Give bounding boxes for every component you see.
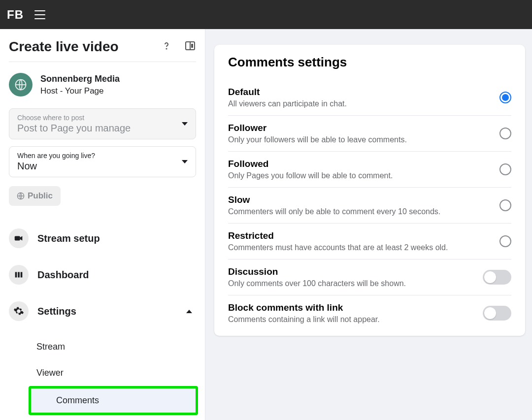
option-desc: Only your followers will be able to leav… (228, 135, 407, 144)
option-desc: Only comments over 100 characters will b… (228, 279, 406, 288)
dashboard-icon (9, 265, 29, 285)
privacy-button[interactable]: Public (9, 186, 61, 206)
chevron-down-icon (182, 160, 188, 163)
radio-follower[interactable] (499, 128, 511, 139)
chevron-down-icon (182, 122, 188, 126)
option-follower[interactable]: Follower Only your followers will be abl… (228, 116, 511, 152)
svg-point-0 (166, 48, 166, 49)
time-select-label: When are you going live? (17, 152, 95, 160)
svg-rect-6 (15, 236, 20, 240)
option-title: Restricted (228, 230, 448, 241)
topbar: FB (0, 0, 532, 29)
option-desc: Commenters will only be able to comment … (228, 207, 440, 216)
nav-stream-setup[interactable]: Stream setup (9, 225, 196, 252)
radio-restricted[interactable] (499, 235, 511, 247)
option-desc: All viewers can participate in chat. (228, 99, 347, 108)
option-desc: Commenters must have accounts that are a… (228, 243, 448, 252)
subnav-live-tab[interactable]: Live tab (9, 415, 196, 420)
nav-label: Stream setup (37, 233, 196, 244)
option-title: Follower (228, 123, 407, 133)
main-panel: Comments settings Default All viewers ca… (205, 29, 532, 420)
subnav-comments[interactable]: Comments (29, 386, 198, 415)
help-icon[interactable] (161, 40, 172, 54)
option-title: Block comments with link (228, 302, 380, 313)
radio-slow[interactable] (499, 199, 511, 211)
option-block-link[interactable]: Block comments with link Comments contai… (228, 295, 511, 331)
subnav-viewer[interactable]: Viewer (9, 360, 196, 386)
option-desc: Comments containing a link will not appe… (228, 315, 380, 324)
svg-rect-9 (21, 272, 23, 278)
panel-toggle-icon[interactable] (184, 40, 196, 54)
avatar (9, 73, 33, 97)
profile-name: Sonnenberg Media (40, 74, 120, 84)
option-slow[interactable]: Slow Commenters will only be able to com… (228, 188, 511, 224)
comments-settings-card: Comments settings Default All viewers ca… (214, 45, 525, 336)
svg-rect-7 (15, 272, 17, 278)
option-default[interactable]: Default All viewers can participate in c… (228, 80, 511, 116)
option-followed[interactable]: Followed Only Pages you follow will be a… (228, 152, 511, 188)
nav-dashboard[interactable]: Dashboard (9, 261, 196, 289)
option-title: Discussion (228, 266, 406, 277)
subnav-stream[interactable]: Stream (9, 334, 196, 360)
time-select-value: Now (17, 161, 95, 172)
post-select-value: Post to Page you manage (17, 123, 131, 134)
toggle-discussion[interactable] (483, 270, 511, 285)
nav-label: Dashboard (37, 269, 196, 281)
option-title: Default (228, 87, 347, 97)
card-title: Comments settings (228, 55, 511, 70)
hamburger-menu-icon[interactable] (34, 10, 45, 19)
nav-label: Settings (37, 306, 177, 317)
radio-default[interactable] (499, 92, 511, 103)
radio-followed[interactable] (499, 163, 511, 175)
profile-row: Sonnenberg Media Host - Your Page (9, 73, 196, 97)
profile-subtitle: Host - Your Page (40, 86, 120, 96)
logo: FB (7, 8, 24, 22)
page-title: Create live video (9, 39, 119, 55)
option-desc: Only Pages you follow will be able to co… (228, 171, 393, 180)
gear-icon (9, 301, 29, 321)
option-title: Slow (228, 194, 440, 205)
privacy-label: Public (28, 191, 53, 201)
go-live-time-select[interactable]: When are you going live? Now (9, 146, 196, 177)
post-select-label: Choose where to post (17, 114, 131, 122)
svg-rect-3 (191, 44, 193, 48)
svg-rect-8 (18, 272, 20, 278)
chevron-up-icon (186, 310, 192, 313)
option-title: Followed (228, 159, 393, 169)
toggle-block-link[interactable] (483, 306, 511, 321)
option-restricted[interactable]: Restricted Commenters must have accounts… (228, 224, 511, 259)
globe-icon (17, 192, 25, 200)
camera-icon (9, 228, 29, 248)
option-discussion[interactable]: Discussion Only comments over 100 charac… (228, 259, 511, 295)
sidebar: Create live video Sonnenberg Media Host … (0, 29, 205, 420)
post-destination-select[interactable]: Choose where to post Post to Page you ma… (9, 108, 196, 139)
nav-settings[interactable]: Settings (9, 297, 196, 325)
